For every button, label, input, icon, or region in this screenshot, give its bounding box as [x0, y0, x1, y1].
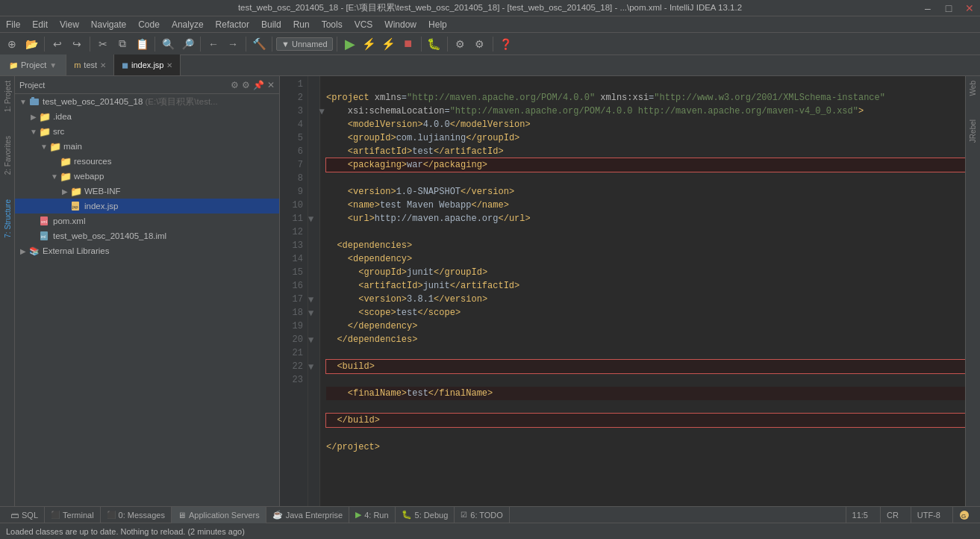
menu-window[interactable]: Window — [378, 16, 422, 33]
status-javaenterprise[interactable]: ☕ Java Enterprise — [266, 507, 349, 523]
menu-refactor[interactable]: Refactor — [210, 16, 255, 33]
toolbar-help[interactable]: ❓ — [497, 35, 515, 53]
menu-vcs[interactable]: VCS — [349, 16, 379, 33]
sidebar-header-title: Project — [19, 81, 45, 90]
tree-item-webapp[interactable]: ▼ 📁 webapp — [15, 169, 279, 184]
toolbar-sdk[interactable]: ⚙ — [452, 35, 469, 53]
tree-item-webinf[interactable]: ▶ 📁 WEB-INF — [15, 184, 279, 199]
editor[interactable]: 1 2 3 4 5 6 7 8 9 10 11 12 13 14 15 16 1… — [280, 76, 980, 506]
menu-view[interactable]: View — [54, 16, 85, 33]
code-line-14: <artifactId>junit</artifactId> — [326, 281, 519, 291]
menu-help[interactable]: Help — [422, 16, 453, 33]
toolbar-redo[interactable]: ↪ — [68, 35, 86, 53]
status-run[interactable]: ▶ 4: Run — [349, 507, 395, 523]
sidebar-item-structure[interactable]: 7: Structure — [2, 195, 13, 243]
status-messages[interactable]: ⬛ 0: Messages — [101, 507, 172, 523]
tree-item-main[interactable]: ▼ 📁 main — [15, 139, 279, 154]
javaenterprise-label: Java Enterprise — [286, 511, 343, 520]
file-tab-indexjsp[interactable]: ◼ index.jsp ✕ — [114, 54, 181, 75]
status-todo[interactable]: ☑ 6: TODO — [455, 507, 510, 523]
status-debug[interactable]: 🐛 5: Debug — [396, 507, 455, 523]
toolbar-fwd[interactable]: → — [224, 35, 242, 53]
project-tab-label: Project — [21, 60, 46, 69]
toolbar-debug[interactable]: 🐛 — [425, 35, 443, 53]
svg-text:G: G — [961, 513, 966, 520]
toolbar-find2[interactable]: 🔎 — [178, 35, 196, 53]
tree-label-webinf: WEB-INF — [84, 187, 121, 196]
toolbar-build[interactable]: 🔨 — [250, 35, 268, 53]
status-sql[interactable]: 🗃 SQL — [4, 507, 45, 523]
title-text: test_web_osc_201405_18 - [E:\项目积累\test_w… — [238, 2, 742, 13]
toolbar-new[interactable]: ⊕ — [3, 35, 21, 53]
sidebar-item-favorites[interactable]: 2: Favorites — [2, 131, 13, 179]
tree-item-pomxml[interactable]: xml pom.xml — [15, 214, 279, 228]
tree-item-idea[interactable]: ▶ 📁 .idea — [15, 109, 279, 124]
tree-item-iml[interactable]: iml test_web_osc_201405_18.iml — [15, 228, 279, 243]
tree-item-src[interactable]: ▼ 📁 src — [15, 124, 279, 139]
file-tab-test-close[interactable]: ✕ — [100, 61, 106, 69]
tree-item-resources[interactable]: 📁 resources — [15, 154, 279, 169]
status-appservers[interactable]: 🖥 Application Servers — [172, 507, 266, 523]
menu-file[interactable]: File — [0, 16, 26, 33]
svg-rect-1 — [31, 97, 34, 99]
right-tab-jrebel[interactable]: JRebel — [967, 115, 979, 147]
toolbar-stop[interactable]: ■ — [399, 35, 417, 53]
menu-navigate[interactable]: Navigate — [85, 16, 132, 33]
toolbar-find[interactable]: 🔍 — [159, 35, 177, 53]
sidebar-icon-gear[interactable]: ⚙ — [242, 80, 250, 90]
menu-code[interactable]: Code — [132, 16, 166, 33]
menu-edit[interactable]: Edit — [26, 16, 54, 33]
tree-arrow-idea: ▶ — [28, 111, 39, 122]
toolbar-undo[interactable]: ↩ — [49, 35, 66, 53]
toolbar-sep5 — [246, 37, 246, 52]
toolbar-cut[interactable]: ✂ — [94, 35, 112, 53]
toolbar-settings[interactable]: ⚙ — [471, 35, 489, 53]
sidebar-icon-pin[interactable]: 📌 — [253, 80, 264, 90]
tree-item-indexjsp[interactable]: jsp index.jsp — [15, 199, 279, 214]
close-button[interactable]: ✕ — [959, 0, 980, 16]
project-tab[interactable]: 📁 Project ▼ — [0, 54, 66, 75]
toolbar-open[interactable]: 📂 — [22, 35, 40, 53]
svg-rect-0 — [30, 99, 39, 105]
status-right: 11:5 CR UTF-8 G — [846, 507, 976, 523]
cursor-position: 11:5 — [846, 507, 874, 523]
tree-item-root[interactable]: ▼ test_web_osc_201405_18 (E:\项目积累\test..… — [15, 94, 279, 109]
toolbar-back[interactable]: ← — [205, 35, 222, 53]
menu-tools[interactable]: Tools — [316, 16, 349, 33]
folder-icon-extlibs: 📚 — [28, 245, 40, 257]
menu-build[interactable]: Build — [255, 16, 287, 33]
folder-icon-webinf: 📁 — [70, 185, 82, 197]
debug-icon: 🐛 — [402, 510, 412, 520]
right-tab-web[interactable]: Web — [967, 76, 979, 100]
minimize-button[interactable]: – — [917, 0, 938, 16]
status-terminal[interactable]: ⬛ Terminal — [45, 507, 101, 523]
code-line-15: <version>3.8.1</version> — [326, 294, 487, 305]
tree-arrow-webinf: ▶ — [60, 186, 70, 196]
sidebar-icon-close[interactable]: ✕ — [267, 80, 275, 90]
code-line-16: <scope>test</scope> — [326, 308, 461, 318]
tree-item-extlibs[interactable]: ▶ 📚 External Libraries — [15, 243, 279, 258]
sidebar-header: Project ⚙ ⚙ 📌 ✕ — [15, 76, 279, 94]
maximize-button[interactable]: □ — [938, 0, 959, 16]
toolbar-run-debug[interactable]: ⚡ — [361, 35, 378, 53]
menu-analyze[interactable]: Analyze — [166, 16, 210, 33]
code-content[interactable]: <project xmlns="http://maven.apache.org/… — [320, 76, 965, 506]
file-tab-test[interactable]: m test ✕ — [66, 54, 114, 75]
git-status: G — [952, 507, 976, 523]
tree-label-main: main — [63, 142, 82, 151]
code-line-12: <dependency> — [326, 254, 412, 264]
file-tab-indexjsp-close[interactable]: ✕ — [166, 61, 172, 69]
project-dropdown-icon[interactable]: ▼ — [49, 61, 57, 69]
sidebar-item-project[interactable]: 1: Project — [2, 76, 13, 116]
toolbar-run-cov[interactable]: ⚡ — [380, 35, 398, 53]
menu-run[interactable]: Run — [287, 16, 316, 33]
toolbar-copy[interactable]: ⧉ — [113, 35, 131, 53]
toolbar-run[interactable]: ▶ — [341, 35, 359, 53]
toolbar-paste[interactable]: 📋 — [133, 35, 151, 53]
code-line-21: <finalName>test</finalName> — [326, 387, 965, 400]
tree-arrow-extlibs: ▶ — [18, 246, 28, 256]
sidebar-icon-settings[interactable]: ⚙ — [231, 80, 239, 90]
file-tab-indexjsp-label: index.jsp — [131, 60, 163, 69]
run-config-selector[interactable]: ▼ Unnamed — [276, 37, 333, 51]
run-label: 4: Run — [364, 511, 388, 520]
